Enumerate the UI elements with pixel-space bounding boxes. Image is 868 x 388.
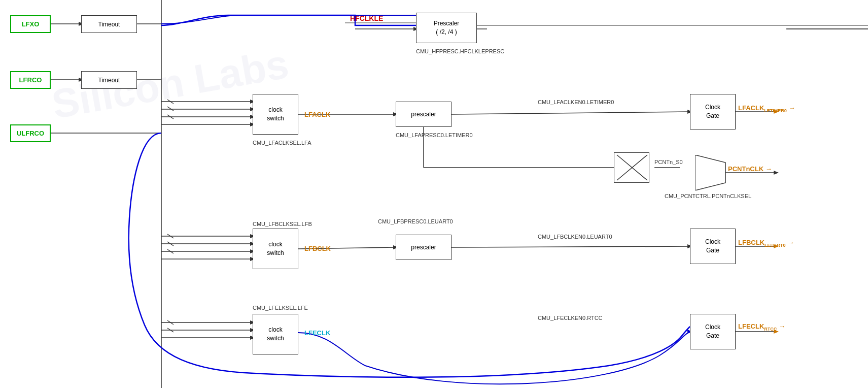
lfxo-label: LFXO [22, 20, 40, 28]
prescaler-lfb-box: prescaler [396, 235, 452, 260]
cg-rtcc-label: ClockGate [705, 323, 720, 340]
svg-line-50 [167, 320, 173, 325]
cmu-hfpresc-label: CMU_HFPRESC.HFCLKLEPRESC [416, 48, 504, 54]
hfclkle-label: HFCLKLE [350, 14, 383, 22]
prescaler-hf-box: Prescaler( /2, /4 ) [416, 13, 477, 43]
cs-lfb-box: clockswitch [253, 229, 298, 269]
pcntn-s0-label: PCNTn_S0 [654, 159, 683, 165]
lfaclk-label: LFACLK [304, 111, 330, 118]
lfrco-label: LFRCO [19, 76, 42, 84]
timeout1-label: Timeout [98, 21, 120, 28]
prescaler-lfa-box: prescaler [396, 102, 452, 127]
lfeclk-rtcc-output: LFECLKRTCC → [738, 322, 785, 332]
cs-lfa-label: clockswitch [267, 106, 284, 123]
cs-lfe-label: clockswitch [267, 326, 284, 343]
svg-marker-62 [774, 171, 779, 175]
cmu-lfapresc-label: CMU_LFAPRESC0.LETIMER0 [396, 132, 473, 138]
prescaler-hf-label: Prescaler( /2, /4 ) [434, 19, 460, 37]
pcntn-s0-box [614, 152, 649, 183]
cmu-lfbclksel-label: CMU_LFBCLKSEL.LFB [253, 221, 312, 227]
pcntn-mux [695, 155, 731, 190]
svg-line-43 [452, 246, 690, 247]
cmu-lfaclken-label: CMU_LFACLKEN0.LETIMER0 [538, 99, 614, 105]
lfeclk-label: LFECLK [304, 329, 330, 337]
svg-line-17 [167, 100, 173, 104]
cmu-lfaclksel-label: CMU_LFACLKSEL.LFA [253, 140, 311, 146]
clock-diagram: Silicon Labs [0, 0, 868, 388]
svg-line-36 [167, 249, 173, 253]
svg-line-51 [167, 328, 173, 332]
lfaclk-letimer0-output: LFACLKLETIMER0 → [738, 104, 795, 113]
svg-line-26 [452, 112, 690, 114]
cs-lfb-label: clockswitch [267, 240, 284, 257]
cmu-pcntctrl-label: CMU_PCNTCTRL.PCNTnCLKSEL [665, 193, 751, 199]
svg-line-34 [167, 234, 173, 238]
svg-line-18 [167, 107, 173, 111]
cmu-lfelksel-label: CMU_LFELKSEL.LFE [253, 305, 308, 311]
timeout2-label: Timeout [98, 77, 120, 84]
svg-line-19 [167, 115, 173, 119]
svg-marker-68 [695, 155, 725, 190]
ulfrco-box: ULFRCO [10, 124, 51, 142]
cs-lfe-box: clockswitch [253, 314, 298, 354]
svg-line-35 [167, 242, 173, 246]
cs-lfa-box: clockswitch [253, 94, 298, 135]
lfbclk-leuart0-output: LFBCLKLEUART0 → [738, 239, 794, 248]
lfrco-box: LFRCO [10, 71, 51, 89]
prescaler-lfb-label: prescaler [411, 244, 436, 251]
cg-leuart0-box: ClockGate [690, 229, 736, 264]
cg-letimer0-label: ClockGate [705, 103, 720, 120]
pcntnclk-output: PCNTnCLK → [728, 165, 772, 173]
cg-rtcc-box: ClockGate [690, 314, 736, 349]
timeout2-box: Timeout [81, 71, 137, 89]
pcntn-s0-x-icon [614, 152, 649, 183]
cmu-lfbclken-label: CMU_LFBCLKEN0.LEUART0 [538, 234, 612, 240]
cmu-lfeclken-label: CMU_LFECLKEN0.RTCC [538, 315, 603, 321]
cmu-lfbpresc-label: CMU_LFBPRESC0.LEUART0 [378, 218, 453, 224]
cg-leuart0-label: ClockGate [705, 238, 720, 255]
cg-letimer0-box: ClockGate [690, 94, 736, 130]
ulfrco-label: ULFRCO [17, 130, 44, 137]
lfxo-box: LFXO [10, 15, 51, 33]
lfbclk-label: LFBCLK [304, 245, 331, 252]
timeout1-box: Timeout [81, 15, 137, 33]
prescaler-lfa-label: prescaler [411, 111, 436, 118]
